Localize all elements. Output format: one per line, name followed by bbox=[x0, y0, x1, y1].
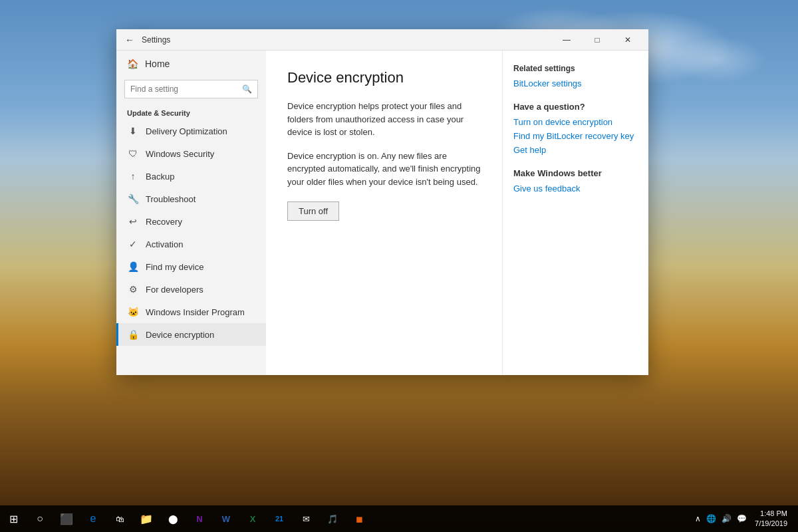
sidebar-item-windows-security[interactable]: 🛡 Windows Security bbox=[116, 142, 266, 165]
sidebar-item-backup[interactable]: ↑ Backup bbox=[116, 165, 266, 188]
store-icon[interactable]: 🛍 bbox=[106, 505, 133, 532]
activation-icon: ✓ bbox=[127, 239, 139, 249]
sidebar: 🏠 Home 🔍 Update & Security ⬇ Delivery Op… bbox=[116, 51, 266, 375]
sidebar-item-windows-insider[interactable]: 🐱 Windows Insider Program bbox=[116, 301, 266, 323]
sidebar-item-label: Activation bbox=[146, 239, 183, 249]
search-box[interactable]: 🔍 bbox=[124, 80, 258, 98]
taskbar-clock[interactable]: 1:48 PM 7/19/2019 bbox=[749, 509, 793, 529]
developers-icon: ⚙ bbox=[127, 284, 139, 295]
sidebar-item-delivery-optimization[interactable]: ⬇ Delivery Optimization bbox=[116, 120, 266, 142]
title-bar: ← Settings — □ ✕ bbox=[116, 29, 648, 51]
windows-security-icon: 🛡 bbox=[127, 148, 139, 159]
sidebar-item-label: Backup bbox=[146, 172, 174, 182]
sidebar-item-label: Delivery Optimization bbox=[146, 126, 227, 136]
question-section: Have a question? Turn on device encrypti… bbox=[513, 102, 638, 155]
taskbar: ⊞ ○ ⬛ e 🛍 📁 ⬤ N W X 21 ✉ 🎵 ◼ ∧ 🌐 🔊 💬 1:4… bbox=[0, 505, 798, 532]
action-center-icon[interactable]: 💬 bbox=[735, 514, 748, 523]
sidebar-item-recovery[interactable]: ↩ Recovery bbox=[116, 210, 266, 233]
sidebar-item-label: Windows Security bbox=[146, 149, 214, 159]
outlook-icon[interactable]: 21 bbox=[266, 505, 293, 532]
delivery-optimization-icon: ⬇ bbox=[127, 126, 139, 136]
troubleshoot-icon: 🔧 bbox=[127, 194, 139, 204]
back-button[interactable]: ← bbox=[122, 32, 138, 48]
sidebar-item-label: For developers bbox=[146, 285, 203, 295]
chrome-icon[interactable]: ⬤ bbox=[160, 505, 186, 532]
window-controls: — □ ✕ bbox=[551, 29, 643, 51]
sidebar-item-find-my-device[interactable]: 👤 Find my device bbox=[116, 255, 266, 278]
search-icon: 🔍 bbox=[242, 84, 252, 94]
related-settings-title: Related settings bbox=[513, 64, 638, 73]
maximize-button[interactable]: □ bbox=[582, 29, 612, 51]
make-better-title: Make Windows better bbox=[513, 168, 638, 178]
sidebar-home[interactable]: 🏠 Home bbox=[116, 51, 266, 77]
sidebar-item-for-developers[interactable]: ⚙ For developers bbox=[116, 278, 266, 301]
settings-window: ← Settings — □ ✕ 🏠 Home 🔍 Update & Secur… bbox=[116, 29, 648, 375]
sidebar-section-title: Update & Security bbox=[116, 104, 266, 120]
sidebar-item-activation[interactable]: ✓ Activation bbox=[116, 233, 266, 255]
sidebar-item-troubleshoot[interactable]: 🔧 Troubleshoot bbox=[116, 188, 266, 210]
start-button[interactable]: ⊞ bbox=[0, 505, 27, 532]
mail-icon[interactable]: ✉ bbox=[293, 505, 319, 532]
music-icon[interactable]: 🎵 bbox=[319, 505, 346, 532]
bitlocker-settings-link[interactable]: BitLocker settings bbox=[513, 78, 638, 88]
date-display: 7/19/2019 bbox=[755, 519, 787, 529]
recovery-key-link[interactable]: Find my BitLocker recovery key bbox=[513, 131, 638, 141]
recovery-icon: ↩ bbox=[127, 216, 139, 227]
edge-icon[interactable]: e bbox=[80, 505, 106, 532]
main-content: Device encryption Device encryption help… bbox=[266, 51, 502, 375]
question-title: Have a question? bbox=[513, 102, 638, 112]
sidebar-item-label: Device encryption bbox=[146, 330, 214, 340]
onenote-icon[interactable]: N bbox=[186, 505, 213, 532]
word-icon[interactable]: W bbox=[213, 505, 239, 532]
task-view-button[interactable]: ⬛ bbox=[53, 505, 80, 532]
window-title: Settings bbox=[138, 35, 551, 45]
taskbar-left: ⊞ ○ ⬛ e 🛍 📁 ⬤ N W X 21 ✉ 🎵 ◼ bbox=[0, 505, 694, 532]
back-icon: ← bbox=[125, 35, 134, 45]
backup-icon: ↑ bbox=[127, 171, 139, 182]
home-icon: 🏠 bbox=[127, 59, 138, 69]
time-display: 1:48 PM bbox=[755, 509, 787, 519]
home-label: Home bbox=[145, 59, 170, 69]
encryption-icon: 🔒 bbox=[127, 329, 139, 340]
taskbar-right: ∧ 🌐 🔊 💬 1:48 PM 7/19/2019 bbox=[694, 509, 798, 529]
sidebar-item-label: Windows Insider Program bbox=[146, 307, 245, 317]
get-help-link[interactable]: Get help bbox=[513, 145, 638, 155]
turn-off-button[interactable]: Turn off bbox=[287, 201, 339, 221]
close-button[interactable]: ✕ bbox=[612, 29, 643, 51]
system-tray: ∧ 🌐 🔊 💬 bbox=[694, 514, 748, 523]
sidebar-item-label: Troubleshoot bbox=[146, 194, 196, 204]
network-icon[interactable]: 🌐 bbox=[705, 514, 718, 523]
give-feedback-link[interactable]: Give us feedback bbox=[513, 184, 638, 194]
orange-icon[interactable]: ◼ bbox=[346, 505, 372, 532]
find-device-icon: 👤 bbox=[127, 261, 139, 272]
insider-icon: 🐱 bbox=[127, 307, 139, 317]
volume-icon[interactable]: 🔊 bbox=[720, 514, 733, 523]
search-button[interactable]: ○ bbox=[27, 505, 53, 532]
description-text: Device encryption helps protect your fil… bbox=[287, 100, 481, 139]
sidebar-item-device-encryption[interactable]: 🔒 Device encryption bbox=[116, 323, 266, 346]
excel-icon[interactable]: X bbox=[239, 505, 266, 532]
sidebar-item-label: Recovery bbox=[146, 217, 182, 227]
explorer-icon[interactable]: 📁 bbox=[133, 505, 160, 532]
sidebar-item-label: Find my device bbox=[146, 262, 203, 272]
make-better-section: Make Windows better Give us feedback bbox=[513, 168, 638, 194]
turn-on-encryption-link[interactable]: Turn on device encryption bbox=[513, 117, 638, 127]
chevron-icon[interactable]: ∧ bbox=[694, 514, 702, 523]
page-title: Device encryption bbox=[287, 69, 481, 86]
right-panel: Related settings BitLocker settings Have… bbox=[502, 51, 648, 375]
search-input[interactable] bbox=[130, 84, 242, 94]
window-content: 🏠 Home 🔍 Update & Security ⬇ Delivery Op… bbox=[116, 51, 648, 375]
status-text: Device encryption is on. Any new files a… bbox=[287, 150, 481, 189]
minimize-button[interactable]: — bbox=[551, 29, 582, 51]
